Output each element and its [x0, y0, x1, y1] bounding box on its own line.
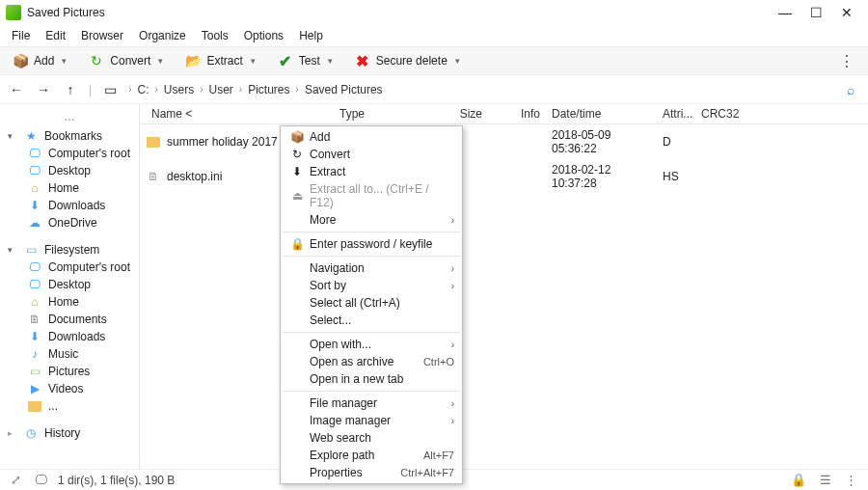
- toolbar-add[interactable]: Add▾: [6, 50, 72, 71]
- context-menu-item[interactable]: Web search: [281, 429, 462, 447]
- context-menu-item[interactable]: Select all (Ctrl+A): [281, 294, 462, 312]
- file-pane: Name < Type Size Info Date/time Attri...…: [140, 104, 868, 469]
- sidebar-item[interactable]: Home: [0, 179, 139, 197]
- menu-file[interactable]: File: [4, 27, 38, 44]
- crumb-pictures[interactable]: Pictures: [248, 83, 289, 96]
- home-icon: [27, 295, 42, 309]
- context-menu-item[interactable]: Open as archiveCtrl+O: [281, 353, 462, 370]
- sidebar-item-label: Desktop: [48, 278, 91, 291]
- menu-bar: File Edit Browser Organize Tools Options…: [0, 25, 868, 46]
- context-menu-item[interactable]: Image manager›: [281, 412, 462, 429]
- table-row[interactable]: summer holiday 20172018-05-09 05:36:22D: [140, 124, 868, 159]
- sidebar-item-label: Downloads: [48, 330, 105, 343]
- nav-forward[interactable]: →: [35, 82, 52, 97]
- sb-lock-icon[interactable]: 🔒: [788, 473, 809, 487]
- menu-item-icon: ⏏: [288, 189, 306, 203]
- sb-monitor-icon[interactable]: 🖵: [32, 473, 50, 487]
- sidebar-item[interactable]: Documents: [0, 311, 139, 328]
- file-name: summer holiday 2017: [167, 135, 278, 149]
- nav-bar: ← → ↑ | ▭ › C:› Users› User› Pictures› S…: [0, 75, 868, 104]
- sb-list-icon[interactable]: ☰: [817, 473, 834, 487]
- sidebar-item[interactable]: Computer's root: [0, 145, 139, 162]
- context-menu-item[interactable]: 📦Add: [281, 128, 462, 146]
- context-menu-item[interactable]: ⬇Extract: [281, 163, 462, 180]
- context-menu-item[interactable]: 🔒Enter password / keyfile: [281, 235, 462, 253]
- home-icon: [27, 181, 42, 195]
- drive-icon[interactable]: ▭: [101, 82, 119, 97]
- context-menu-item[interactable]: Select...: [281, 312, 462, 329]
- sidebar-item[interactable]: Desktop: [0, 162, 139, 179]
- table-row[interactable]: desktop.ini2018-02-12 10:37:28HS: [140, 159, 868, 194]
- menu-tools[interactable]: Tools: [194, 27, 236, 44]
- menu-options[interactable]: Options: [236, 27, 291, 44]
- crumb-saved-pictures[interactable]: Saved Pictures: [305, 83, 383, 96]
- sidebar-filesystem-head[interactable]: ▾Filesystem: [0, 241, 139, 259]
- sidebar-item[interactable]: OneDrive: [0, 214, 139, 231]
- dl-icon: [27, 199, 42, 212]
- menu-item-label: Sort by: [310, 279, 448, 292]
- close-button[interactable]: ✕: [831, 1, 862, 24]
- crumb-c[interactable]: C:: [137, 83, 149, 96]
- sidebar-item[interactable]: Downloads: [0, 197, 139, 214]
- sidebar-item[interactable]: Home: [0, 293, 139, 311]
- col-attr[interactable]: Attri...: [657, 104, 695, 123]
- minimize-button[interactable]: —: [770, 1, 800, 24]
- col-size[interactable]: Size: [430, 104, 488, 123]
- sidebar-item-label: Computer's root: [48, 260, 130, 274]
- file-icon: [146, 170, 161, 183]
- toolbar-overflow[interactable]: ⋮: [831, 52, 862, 70]
- doc-icon: [27, 313, 42, 326]
- cell-attr: D: [657, 132, 695, 151]
- context-menu-item[interactable]: Navigation›: [281, 259, 462, 277]
- crumb-users[interactable]: Users: [164, 83, 194, 96]
- search-icon[interactable]: ⌕: [847, 82, 860, 97]
- context-menu-item[interactable]: Open with...›: [281, 336, 462, 353]
- col-crc[interactable]: CRC32: [695, 104, 753, 123]
- sidebar-item[interactable]: Pictures: [0, 363, 139, 380]
- sidebar-item[interactable]: Downloads: [0, 328, 139, 345]
- context-menu-item[interactable]: PropertiesCtrl+Alt+F7: [281, 464, 462, 481]
- toolbar-test[interactable]: Test▾: [271, 50, 339, 71]
- menu-organize[interactable]: Organize: [131, 27, 194, 44]
- sidebar-item[interactable]: Desktop: [0, 276, 139, 293]
- sidebar-item[interactable]: ...: [0, 397, 139, 415]
- drive-icon: [23, 243, 39, 257]
- title-bar: Saved Pictures — ☐ ✕: [0, 0, 868, 25]
- menu-item-icon: ↻: [288, 148, 306, 161]
- toolbar-extract[interactable]: Extract▾: [178, 50, 260, 71]
- col-name[interactable]: Name <: [146, 104, 334, 123]
- maximize-button[interactable]: ☐: [800, 1, 831, 24]
- toolbar-convert[interactable]: Convert▾: [82, 50, 169, 71]
- context-menu-item[interactable]: Sort by›: [281, 277, 462, 294]
- menu-item-label: Explore path: [310, 449, 423, 462]
- menu-item-label: Convert: [310, 148, 454, 161]
- context-menu-item[interactable]: More›: [281, 211, 462, 229]
- context-menu-item[interactable]: ↻Convert: [281, 146, 462, 163]
- menu-edit[interactable]: Edit: [38, 27, 73, 44]
- context-menu-item[interactable]: File manager›: [281, 395, 462, 412]
- col-info[interactable]: Info: [488, 104, 546, 123]
- chevron-down-icon: ▾: [155, 56, 163, 66]
- sidebar-dots[interactable]: …: [0, 110, 139, 127]
- sidebar-item[interactable]: Computer's root: [0, 259, 139, 276]
- col-type[interactable]: Type: [334, 104, 430, 123]
- sb-more-icon[interactable]: ⋮: [842, 473, 860, 487]
- nav-up[interactable]: ↑: [62, 82, 79, 97]
- sidebar-item[interactable]: Music: [0, 345, 139, 363]
- cell-datetime: 2018-02-12 10:37:28: [546, 160, 657, 193]
- toolbar-secure-delete[interactable]: Secure delete▾: [348, 50, 466, 71]
- menu-help[interactable]: Help: [291, 27, 331, 44]
- sb-expand-icon[interactable]: ⤢: [8, 473, 24, 487]
- context-menu-item[interactable]: Open in a new tab: [281, 370, 462, 388]
- crumb-user[interactable]: User: [209, 83, 233, 96]
- sidebar-item[interactable]: Videos: [0, 380, 139, 397]
- window-title: Saved Pictures: [27, 6, 105, 19]
- context-menu-item[interactable]: Explore pathAlt+F7: [281, 447, 462, 464]
- sidebar-history-head[interactable]: ▸History: [0, 424, 139, 442]
- nav-back[interactable]: ←: [8, 82, 25, 97]
- breadcrumb: › C:› Users› User› Pictures› Saved Pictu…: [128, 83, 382, 96]
- submenu-chevron-icon: ›: [448, 263, 454, 274]
- menu-browser[interactable]: Browser: [73, 27, 131, 44]
- sidebar-bookmarks-head[interactable]: ▾Bookmarks: [0, 127, 139, 145]
- col-datetime[interactable]: Date/time: [546, 104, 657, 123]
